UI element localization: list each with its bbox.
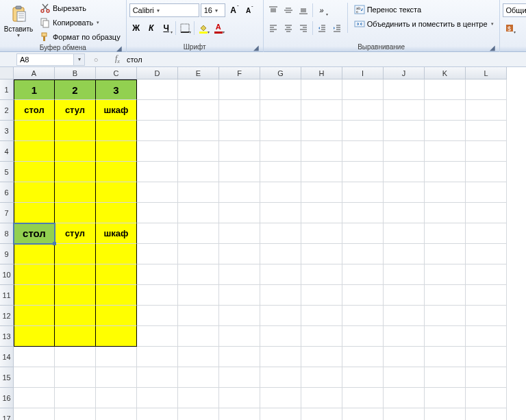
cell-J10[interactable] — [384, 264, 425, 285]
cell-C12[interactable] — [96, 306, 137, 326]
cell-A4[interactable] — [14, 141, 55, 162]
cell-I4[interactable] — [342, 141, 384, 162]
orientation-button[interactable]: »▾ — [315, 3, 329, 17]
cell-F16[interactable] — [219, 388, 260, 408]
row-header-7[interactable]: 7 — [0, 203, 14, 223]
cell-B12[interactable] — [55, 306, 96, 326]
cell-G17[interactable] — [260, 408, 301, 420]
cell-L6[interactable] — [466, 182, 507, 203]
col-header-K[interactable]: K — [425, 67, 466, 79]
wrap-text-button[interactable]: abc Перенос текста — [351, 3, 497, 16]
cell-J12[interactable] — [384, 306, 425, 326]
cell-H11[interactable] — [301, 285, 342, 306]
cell-H1[interactable] — [301, 79, 342, 100]
cell-K17[interactable] — [425, 408, 466, 420]
cell-L17[interactable] — [466, 408, 507, 420]
cell-A1[interactable]: 1 — [14, 79, 55, 100]
cell-F13[interactable] — [219, 326, 260, 347]
cell-J8[interactable] — [384, 223, 425, 244]
cell-F4[interactable] — [219, 141, 260, 162]
cell-D1[interactable] — [137, 79, 178, 100]
cell-J7[interactable] — [384, 203, 425, 223]
cell-H2[interactable] — [301, 100, 342, 121]
cell-K11[interactable] — [425, 285, 466, 306]
cell-J11[interactable] — [384, 285, 425, 306]
cell-F8[interactable] — [219, 223, 260, 244]
cell-E8[interactable] — [178, 223, 219, 244]
cell-D17[interactable] — [137, 408, 178, 420]
cell-I15[interactable] — [342, 367, 384, 388]
cell-D4[interactable] — [137, 141, 178, 162]
dialog-launcher-icon[interactable]: ◢ — [252, 43, 260, 51]
italic-button[interactable]: К — [145, 21, 158, 35]
cell-E1[interactable] — [178, 79, 219, 100]
cell-C4[interactable] — [96, 141, 137, 162]
dialog-launcher-icon[interactable]: ◢ — [488, 43, 497, 51]
cell-E5[interactable] — [178, 162, 219, 182]
accounting-format-button[interactable]: $▾ — [503, 21, 516, 35]
row-header-13[interactable]: 13 — [0, 326, 14, 347]
cell-B1[interactable]: 2 — [55, 79, 96, 100]
row-header-16[interactable]: 16 — [0, 388, 14, 408]
cell-K5[interactable] — [425, 162, 466, 182]
cell-I13[interactable] — [342, 326, 384, 347]
col-header-A[interactable]: A — [14, 67, 55, 79]
border-button[interactable]: ▾ — [178, 21, 192, 35]
cell-K8[interactable] — [425, 223, 466, 244]
format-painter-button[interactable]: Формат по образцу — [37, 30, 123, 44]
cell-C17[interactable] — [96, 408, 137, 420]
cell-D16[interactable] — [137, 388, 178, 408]
cell-B11[interactable] — [55, 285, 96, 306]
cell-B6[interactable] — [55, 182, 96, 203]
cell-H9[interactable] — [301, 244, 342, 264]
cell-A2[interactable]: стол — [14, 100, 55, 121]
cell-F9[interactable] — [219, 244, 260, 264]
cell-C16[interactable] — [96, 388, 137, 408]
cell-J16[interactable] — [384, 388, 425, 408]
cell-F3[interactable] — [219, 121, 260, 141]
select-all-corner[interactable] — [0, 67, 14, 79]
cell-A12[interactable] — [14, 306, 55, 326]
name-box-dropdown[interactable]: ▾ — [74, 53, 85, 66]
cell-F1[interactable] — [219, 79, 260, 100]
merge-center-button[interactable]: Объединить и поместить в центре ▾ — [351, 17, 497, 31]
cell-H3[interactable] — [301, 121, 342, 141]
cell-E10[interactable] — [178, 264, 219, 285]
cell-L16[interactable] — [466, 388, 507, 408]
cell-L15[interactable] — [466, 367, 507, 388]
cell-K6[interactable] — [425, 182, 466, 203]
cell-F5[interactable] — [219, 162, 260, 182]
cell-J15[interactable] — [384, 367, 425, 388]
row-header-17[interactable]: 17 — [0, 408, 14, 420]
cell-K16[interactable] — [425, 388, 466, 408]
dialog-launcher-icon[interactable]: ◢ — [115, 44, 123, 52]
row-header-11[interactable]: 11 — [0, 285, 14, 306]
cell-C11[interactable] — [96, 285, 137, 306]
font-size-combo[interactable]: 16▾ — [201, 3, 225, 17]
cut-button[interactable]: Вырезать — [37, 1, 123, 15]
cell-D10[interactable] — [137, 264, 178, 285]
cell-C3[interactable] — [96, 121, 137, 141]
cell-C5[interactable] — [96, 162, 137, 182]
cell-I3[interactable] — [342, 121, 384, 141]
row-header-2[interactable]: 2 — [0, 100, 14, 121]
cell-A6[interactable] — [14, 182, 55, 203]
cell-F7[interactable] — [219, 203, 260, 223]
cell-D5[interactable] — [137, 162, 178, 182]
cell-H14[interactable] — [301, 347, 342, 367]
font-name-combo[interactable]: Calibri▾ — [129, 3, 199, 17]
cell-E14[interactable] — [178, 347, 219, 367]
cell-I8[interactable] — [342, 223, 384, 244]
cell-B2[interactable]: стул — [55, 100, 96, 121]
fx-icon[interactable]: fx — [115, 53, 120, 64]
cell-C1[interactable]: 3 — [96, 79, 137, 100]
cell-G14[interactable] — [260, 347, 301, 367]
cell-C15[interactable] — [96, 367, 137, 388]
cell-D6[interactable] — [137, 182, 178, 203]
cell-E4[interactable] — [178, 141, 219, 162]
row-header-15[interactable]: 15 — [0, 367, 14, 388]
cell-A17[interactable] — [14, 408, 55, 420]
cell-F6[interactable] — [219, 182, 260, 203]
cell-J9[interactable] — [384, 244, 425, 264]
cell-H10[interactable] — [301, 264, 342, 285]
